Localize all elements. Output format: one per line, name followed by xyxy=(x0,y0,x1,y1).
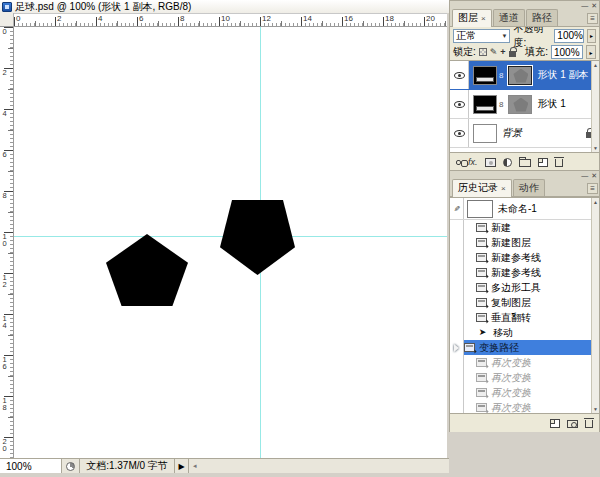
layer-thumbnail[interactable] xyxy=(473,124,497,143)
history-brush-source-well[interactable] xyxy=(450,340,464,355)
tab-paths[interactable]: 路径 xyxy=(526,9,558,26)
ruler-number: 12 xyxy=(1,275,8,288)
ruler-number: 0 xyxy=(16,14,20,23)
ruler-number: 2 xyxy=(57,14,61,23)
history-brush-source-well[interactable] xyxy=(450,355,464,370)
link-layers-icon[interactable] xyxy=(456,160,461,165)
snapshot-row[interactable]: ✎ 未命名-1 xyxy=(450,198,599,220)
document-title-bar[interactable]: 足球.psd @ 100% (形状 1 副本, RGB/8) xyxy=(0,0,449,13)
new-document-from-state-icon[interactable] xyxy=(550,419,560,428)
close-icon[interactable]: ✕ xyxy=(591,2,597,9)
fill-arrow-button[interactable]: ▸ xyxy=(586,45,596,59)
zoom-level-field[interactable]: 100% xyxy=(0,459,62,473)
history-step-undone[interactable]: 再次变换 xyxy=(450,370,599,385)
history-brush-source-well[interactable] xyxy=(450,220,464,235)
status-bar-tail: ◂ xyxy=(189,459,449,473)
blend-mode-select[interactable]: 正常 ▼ xyxy=(453,29,510,43)
layer-name: 背景 xyxy=(502,126,586,140)
new-group-icon[interactable] xyxy=(519,159,531,167)
history-brush-source-well[interactable] xyxy=(450,295,464,310)
tab-history[interactable]: 历史记录× xyxy=(452,179,512,197)
ruler-number: 10 xyxy=(221,14,230,23)
adjustment-layer-icon[interactable] xyxy=(503,158,512,167)
lock-pixels-icon[interactable]: ✎ xyxy=(490,48,498,56)
tab-actions[interactable]: 动作 xyxy=(513,179,545,196)
new-snapshot-icon[interactable] xyxy=(567,420,578,428)
horizontal-ruler[interactable]: 0 2 4 6 8 10 12 14 16 18 20 xyxy=(14,13,447,27)
lock-all-icon[interactable] xyxy=(509,51,516,57)
ruler-number: 6 xyxy=(1,152,8,159)
history-step-undone[interactable]: 再次变换 xyxy=(450,400,599,414)
ruler-number: 12 xyxy=(262,14,271,23)
history-brush-source-well[interactable] xyxy=(450,250,464,265)
tab-layers[interactable]: 图层× xyxy=(452,9,492,27)
visibility-toggle[interactable] xyxy=(450,61,469,89)
close-icon[interactable]: ✕ xyxy=(591,172,597,179)
vector-mask-thumbnail[interactable] xyxy=(508,95,532,114)
layers-list: 8 形状 1 副本 8 形状 1 背景 ▲▼ xyxy=(450,60,599,153)
minimize-icon[interactable]: — xyxy=(581,172,588,179)
canvas[interactable] xyxy=(14,27,447,458)
lock-position-icon[interactable]: + xyxy=(500,48,505,56)
history-step-undone[interactable]: 再次变换 xyxy=(450,355,599,370)
ruler-origin-box[interactable] xyxy=(0,13,14,27)
ruler-number: 14 xyxy=(1,316,8,329)
history-brush-source-well[interactable] xyxy=(450,370,464,385)
panel-menu-icon[interactable]: ≡ xyxy=(587,13,598,24)
minimize-icon[interactable]: — xyxy=(581,2,588,9)
history-step[interactable]: 新建 xyxy=(450,220,599,235)
panel-menu-icon[interactable]: ≡ xyxy=(587,183,598,194)
history-step[interactable]: 垂直翻转 xyxy=(450,310,599,325)
history-step-icon xyxy=(476,298,487,307)
status-bar: 100% 文档:1.37M/0 字节 ▶ ◂ xyxy=(0,458,449,473)
history-step-undone[interactable]: 再次变换 xyxy=(450,385,599,400)
ruler-number: 4 xyxy=(98,14,102,23)
history-step[interactable]: 新建参考线 xyxy=(450,250,599,265)
fill-field[interactable]: 100% xyxy=(551,45,583,59)
history-brush-source-well[interactable] xyxy=(450,280,464,295)
history-brush-source-well[interactable] xyxy=(450,235,464,250)
layer-row-shape1-copy[interactable]: 8 形状 1 副本 xyxy=(450,61,599,90)
new-layer-icon[interactable] xyxy=(538,158,548,167)
layer-thumbnail[interactable] xyxy=(473,66,497,85)
layers-panel-footer: fx. xyxy=(450,153,599,171)
lock-fill-row: 锁定: ✎ + 填充: 100% ▸ xyxy=(450,44,599,60)
visibility-toggle[interactable] xyxy=(450,119,469,147)
history-brush-source-well[interactable] xyxy=(450,325,464,340)
history-brush-source-well[interactable] xyxy=(450,265,464,280)
vector-mask-thumbnail[interactable] xyxy=(508,66,532,85)
history-step[interactable]: 新建图层 xyxy=(450,235,599,250)
history-brush-source-well[interactable]: ✎ xyxy=(450,198,464,219)
delete-layer-icon[interactable] xyxy=(555,159,563,167)
tab-close-icon[interactable]: × xyxy=(481,14,486,23)
history-brush-source-well[interactable] xyxy=(450,400,464,414)
history-step[interactable]: 复制图层 xyxy=(450,295,599,310)
delete-state-icon[interactable] xyxy=(585,420,593,428)
layer-row-background[interactable]: 背景 xyxy=(450,119,599,148)
history-brush-source-well[interactable] xyxy=(450,310,464,325)
history-panel-tabs: 历史记录× 动作 ≡ xyxy=(450,180,599,197)
layers-scrollbar[interactable]: ▲▼ xyxy=(591,61,599,152)
history-step-current[interactable]: 变换路径 xyxy=(450,340,599,355)
lock-transparency-icon[interactable] xyxy=(479,48,487,56)
status-options-arrow-button[interactable]: ▶ xyxy=(175,459,189,473)
vertical-ruler[interactable]: 0 2 4 6 8 10 12 14 16 18 20 xyxy=(0,27,14,458)
layer-thumbnail[interactable] xyxy=(473,95,497,114)
history-step-icon xyxy=(476,268,487,277)
tab-channels[interactable]: 通道 xyxy=(493,9,525,26)
history-brush-source-well[interactable] xyxy=(450,385,464,400)
visibility-toggle[interactable] xyxy=(450,90,469,118)
layer-row-shape1[interactable]: 8 形状 1 xyxy=(450,90,599,119)
opacity-field[interactable]: 100% xyxy=(554,29,584,43)
history-step[interactable]: 新建参考线 xyxy=(450,265,599,280)
add-mask-icon[interactable] xyxy=(485,158,496,167)
tab-close-icon[interactable]: × xyxy=(501,184,506,193)
history-step-icon xyxy=(476,358,487,367)
ruler-number: 2 xyxy=(1,70,8,77)
opacity-arrow-button[interactable]: ▸ xyxy=(587,29,596,43)
history-step[interactable]: ➤ 移动 xyxy=(450,325,599,340)
history-step[interactable]: 多边形工具 xyxy=(450,280,599,295)
history-scrollbar[interactable]: ▲▼ xyxy=(591,198,599,413)
pentagon-shape-flipped-copy xyxy=(220,200,295,275)
layer-style-icon[interactable]: fx. xyxy=(468,158,478,167)
